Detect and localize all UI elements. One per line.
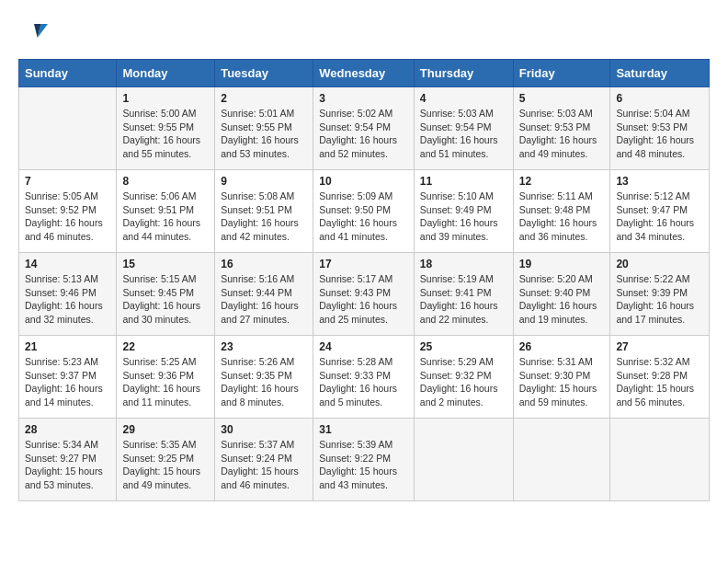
day-number: 8: [122, 175, 209, 188]
column-header-tuesday: Tuesday: [215, 60, 313, 87]
day-number: 27: [616, 340, 703, 353]
day-info: Sunrise: 5:23 AM Sunset: 9:37 PM Dayligh…: [25, 355, 110, 409]
calendar-cell: 16Sunrise: 5:16 AM Sunset: 9:44 PM Dayli…: [215, 253, 313, 336]
calendar-cell: 26Sunrise: 5:31 AM Sunset: 9:30 PM Dayli…: [513, 336, 610, 419]
day-number: 10: [319, 175, 408, 188]
day-info: Sunrise: 5:31 AM Sunset: 9:30 PM Dayligh…: [519, 355, 605, 409]
day-number: 30: [221, 423, 307, 436]
day-info: Sunrise: 5:03 AM Sunset: 9:54 PM Dayligh…: [420, 107, 507, 161]
calendar-header-row: SundayMondayTuesdayWednesdayThursdayFrid…: [19, 60, 710, 87]
day-info: Sunrise: 5:34 AM Sunset: 9:27 PM Dayligh…: [25, 438, 110, 492]
calendar-cell: 1Sunrise: 5:00 AM Sunset: 9:55 PM Daylig…: [117, 87, 215, 170]
day-info: Sunrise: 5:05 AM Sunset: 9:52 PM Dayligh…: [25, 190, 110, 244]
day-number: 22: [122, 340, 209, 353]
column-header-thursday: Thursday: [414, 60, 513, 87]
calendar-cell: 22Sunrise: 5:25 AM Sunset: 9:36 PM Dayli…: [117, 336, 215, 419]
day-info: Sunrise: 5:09 AM Sunset: 9:50 PM Dayligh…: [319, 190, 408, 244]
day-info: Sunrise: 5:19 AM Sunset: 9:41 PM Dayligh…: [420, 272, 507, 327]
calendar-week-row: 1Sunrise: 5:00 AM Sunset: 9:55 PM Daylig…: [19, 87, 710, 170]
day-info: Sunrise: 5:25 AM Sunset: 9:36 PM Dayligh…: [122, 355, 209, 409]
calendar-table: SundayMondayTuesdayWednesdayThursdayFrid…: [18, 59, 710, 501]
calendar-week-row: 21Sunrise: 5:23 AM Sunset: 9:37 PM Dayli…: [19, 336, 710, 419]
day-info: Sunrise: 5:10 AM Sunset: 9:49 PM Dayligh…: [420, 190, 507, 244]
day-info: Sunrise: 5:26 AM Sunset: 9:35 PM Dayligh…: [221, 355, 307, 409]
day-info: Sunrise: 5:16 AM Sunset: 9:44 PM Dayligh…: [221, 272, 307, 327]
day-number: 7: [25, 175, 110, 188]
calendar-week-row: 14Sunrise: 5:13 AM Sunset: 9:46 PM Dayli…: [19, 253, 710, 336]
day-info: Sunrise: 5:29 AM Sunset: 9:32 PM Dayligh…: [420, 355, 507, 409]
calendar-cell: 6Sunrise: 5:04 AM Sunset: 9:53 PM Daylig…: [610, 87, 710, 170]
calendar-cell: 20Sunrise: 5:22 AM Sunset: 9:39 PM Dayli…: [610, 253, 710, 336]
day-info: Sunrise: 5:12 AM Sunset: 9:47 PM Dayligh…: [616, 190, 703, 244]
calendar-cell: [414, 419, 513, 501]
day-number: 4: [420, 92, 507, 105]
day-number: 15: [122, 258, 209, 270]
day-number: 28: [25, 423, 110, 436]
day-number: 2: [221, 92, 307, 105]
calendar-cell: 3Sunrise: 5:02 AM Sunset: 9:54 PM Daylig…: [313, 87, 415, 170]
calendar-cell: 25Sunrise: 5:29 AM Sunset: 9:32 PM Dayli…: [414, 336, 513, 419]
calendar-cell: 18Sunrise: 5:19 AM Sunset: 9:41 PM Dayli…: [414, 253, 513, 336]
day-number: 14: [25, 258, 110, 270]
column-header-saturday: Saturday: [610, 60, 710, 87]
calendar-cell: 4Sunrise: 5:03 AM Sunset: 9:54 PM Daylig…: [414, 87, 513, 170]
day-number: 11: [420, 175, 507, 188]
calendar-cell: 9Sunrise: 5:08 AM Sunset: 9:51 PM Daylig…: [215, 170, 313, 253]
logo: [18, 18, 48, 50]
calendar-cell: 21Sunrise: 5:23 AM Sunset: 9:37 PM Dayli…: [19, 336, 117, 419]
column-header-wednesday: Wednesday: [313, 60, 415, 87]
day-number: 3: [319, 92, 408, 105]
calendar-cell: [19, 87, 117, 170]
day-number: 9: [221, 175, 307, 188]
calendar-week-row: 7Sunrise: 5:05 AM Sunset: 9:52 PM Daylig…: [19, 170, 710, 253]
day-info: Sunrise: 5:20 AM Sunset: 9:40 PM Dayligh…: [519, 272, 605, 327]
day-number: 12: [519, 175, 605, 188]
day-info: Sunrise: 5:11 AM Sunset: 9:48 PM Dayligh…: [519, 190, 605, 244]
day-number: 21: [25, 340, 110, 353]
calendar-cell: [610, 419, 710, 501]
day-info: Sunrise: 5:00 AM Sunset: 9:55 PM Dayligh…: [122, 107, 209, 161]
day-info: Sunrise: 5:37 AM Sunset: 9:24 PM Dayligh…: [221, 438, 307, 492]
day-info: Sunrise: 5:22 AM Sunset: 9:39 PM Dayligh…: [616, 272, 703, 327]
calendar-cell: 29Sunrise: 5:35 AM Sunset: 9:25 PM Dayli…: [117, 419, 215, 501]
day-number: 18: [420, 258, 507, 270]
day-number: 5: [519, 92, 605, 105]
calendar-cell: 17Sunrise: 5:17 AM Sunset: 9:43 PM Dayli…: [313, 253, 415, 336]
calendar-cell: 12Sunrise: 5:11 AM Sunset: 9:48 PM Dayli…: [513, 170, 610, 253]
logo-icon: [20, 18, 48, 46]
column-header-monday: Monday: [117, 60, 215, 87]
day-info: Sunrise: 5:15 AM Sunset: 9:45 PM Dayligh…: [122, 272, 209, 327]
calendar-cell: 10Sunrise: 5:09 AM Sunset: 9:50 PM Dayli…: [313, 170, 415, 253]
day-info: Sunrise: 5:35 AM Sunset: 9:25 PM Dayligh…: [122, 438, 209, 492]
column-header-sunday: Sunday: [19, 60, 117, 87]
day-number: 1: [122, 92, 209, 105]
day-info: Sunrise: 5:13 AM Sunset: 9:46 PM Dayligh…: [25, 272, 110, 327]
calendar-cell: 11Sunrise: 5:10 AM Sunset: 9:49 PM Dayli…: [414, 170, 513, 253]
day-info: Sunrise: 5:32 AM Sunset: 9:28 PM Dayligh…: [616, 355, 703, 409]
calendar-cell: 5Sunrise: 5:03 AM Sunset: 9:53 PM Daylig…: [513, 87, 610, 170]
calendar-cell: 30Sunrise: 5:37 AM Sunset: 9:24 PM Dayli…: [215, 419, 313, 501]
day-number: 16: [221, 258, 307, 270]
calendar-cell: 14Sunrise: 5:13 AM Sunset: 9:46 PM Dayli…: [19, 253, 117, 336]
calendar-cell: 7Sunrise: 5:05 AM Sunset: 9:52 PM Daylig…: [19, 170, 117, 253]
day-number: 19: [519, 258, 605, 270]
day-number: 31: [319, 423, 408, 436]
calendar-cell: 27Sunrise: 5:32 AM Sunset: 9:28 PM Dayli…: [610, 336, 710, 419]
day-info: Sunrise: 5:03 AM Sunset: 9:53 PM Dayligh…: [519, 107, 605, 161]
calendar-cell: 23Sunrise: 5:26 AM Sunset: 9:35 PM Dayli…: [215, 336, 313, 419]
day-number: 25: [420, 340, 507, 353]
day-number: 13: [616, 175, 703, 188]
day-info: Sunrise: 5:01 AM Sunset: 9:55 PM Dayligh…: [221, 107, 307, 161]
calendar-cell: [513, 419, 610, 501]
column-header-friday: Friday: [513, 60, 610, 87]
calendar-cell: 19Sunrise: 5:20 AM Sunset: 9:40 PM Dayli…: [513, 253, 610, 336]
day-info: Sunrise: 5:02 AM Sunset: 9:54 PM Dayligh…: [319, 107, 408, 161]
calendar-cell: 31Sunrise: 5:39 AM Sunset: 9:22 PM Dayli…: [313, 419, 415, 501]
calendar-cell: 13Sunrise: 5:12 AM Sunset: 9:47 PM Dayli…: [610, 170, 710, 253]
day-number: 17: [319, 258, 408, 270]
day-number: 24: [319, 340, 408, 353]
calendar-cell: 2Sunrise: 5:01 AM Sunset: 9:55 PM Daylig…: [215, 87, 313, 170]
day-info: Sunrise: 5:17 AM Sunset: 9:43 PM Dayligh…: [319, 272, 408, 327]
day-info: Sunrise: 5:39 AM Sunset: 9:22 PM Dayligh…: [319, 438, 408, 492]
day-info: Sunrise: 5:06 AM Sunset: 9:51 PM Dayligh…: [122, 190, 209, 244]
